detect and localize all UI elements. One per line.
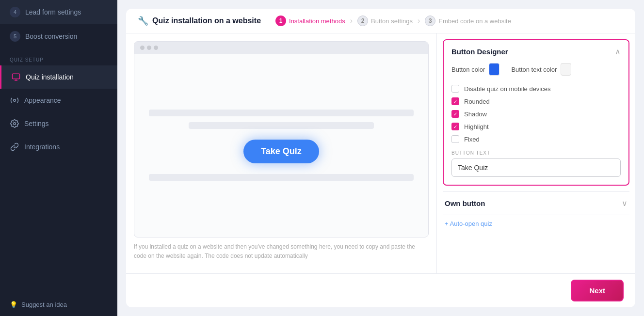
checkbox-rounded: Rounded: [451, 95, 621, 108]
sidebar-item-label-appearance: Appearance: [24, 96, 61, 104]
svg-point-1: [14, 99, 16, 102]
checkbox-disable-mobile-label: Disable quiz on mobile devices: [464, 85, 550, 93]
step-2[interactable]: 2 Button settings: [357, 16, 413, 26]
sidebar-item-integrations[interactable]: Integrations: [0, 135, 117, 158]
button-designer-body: Button color Button text color Disable q…: [444, 63, 628, 185]
sidebar-item-label: Lead form settings: [25, 8, 81, 16]
checkbox-highlight-box[interactable]: [451, 123, 459, 130]
integrations-icon: [10, 142, 19, 152]
button-designer-section: Button Designer ∧ Button color Button te…: [443, 39, 629, 186]
main-card: 🔧 Quiz installation on a website 1 Insta…: [126, 9, 635, 307]
sidebar-item-label-integrations: Integrations: [24, 143, 60, 151]
button-text-input[interactable]: [451, 158, 621, 177]
checkbox-shadow-box[interactable]: [451, 110, 459, 118]
take-quiz-button[interactable]: Take Quiz: [243, 140, 319, 163]
card-body: Take Quiz If you installed a quiz on a w…: [126, 33, 635, 273]
content-line-1: [149, 110, 414, 116]
card-title-text: Quiz installation on a website: [152, 16, 261, 25]
button-designer-header[interactable]: Button Designer ∧: [444, 40, 628, 63]
sidebar-item-label-2: Boost conversion: [25, 32, 77, 40]
sidebar-item-settings[interactable]: Settings: [0, 112, 117, 135]
checkbox-fixed: Fixed: [451, 133, 621, 145]
sidebar-bottom: 💡 Suggest an idea: [0, 293, 117, 316]
card-title: 🔧 Quiz installation on a website: [138, 16, 261, 26]
button-color-swatch[interactable]: [489, 63, 499, 76]
checkbox-rounded-box[interactable]: [451, 97, 459, 105]
chevron-down-icon: ∨: [622, 199, 628, 208]
sidebar-item-lead-form[interactable]: 4 Lead form settings: [0, 0, 117, 24]
appearance-icon: [10, 95, 19, 105]
button-designer-title: Button Designer: [451, 47, 508, 56]
color-row: Button color Button text color: [451, 63, 621, 76]
checkbox-fixed-box[interactable]: [451, 135, 459, 143]
checkbox-disable-mobile: Disable quiz on mobile devices: [451, 82, 621, 95]
info-text-secondary: The code does not update automatically: [205, 253, 308, 259]
card-header: 🔧 Quiz installation on a website 1 Insta…: [126, 9, 635, 33]
checkbox-rounded-label: Rounded: [464, 98, 490, 105]
auto-open-label: + Auto-open quiz: [445, 220, 492, 227]
step-2-num: 2: [357, 16, 368, 26]
button-text-color-label: Button text color: [511, 66, 557, 73]
button-text-color-swatch[interactable]: [561, 63, 571, 76]
wrench-icon: 🔧: [138, 16, 148, 26]
preview-area: Take Quiz If you installed a quiz on a w…: [126, 33, 436, 273]
checkbox-highlight: Highlight: [451, 120, 621, 133]
main-content: 🔧 Quiz installation on a website 1 Insta…: [117, 0, 644, 316]
monitor-icon: [11, 72, 21, 82]
lightbulb-icon: 💡: [10, 301, 17, 308]
button-color-item: Button color: [451, 63, 499, 76]
suggest-idea-button[interactable]: 💡 Suggest an idea: [10, 301, 108, 308]
sidebar-item-appearance[interactable]: Appearance: [0, 89, 117, 112]
checkbox-shadow: Shadow: [451, 108, 621, 120]
right-panel: Button Designer ∧ Button color Button te…: [436, 33, 635, 273]
button-color-label: Button color: [451, 66, 485, 73]
browser-dot-3: [154, 46, 158, 50]
checkbox-fixed-label: Fixed: [464, 136, 480, 143]
step-1-num: 1: [275, 16, 286, 26]
gear-icon: [10, 119, 19, 128]
step-2-label: Button settings: [371, 17, 413, 25]
step-1[interactable]: 1 Installation methods: [275, 16, 345, 26]
sidebar-item-quiz-installation[interactable]: Quiz installation: [0, 65, 117, 89]
card-footer: Next: [126, 273, 635, 307]
checkbox-highlight-label: Highlight: [464, 123, 489, 130]
svg-point-2: [14, 123, 16, 125]
step-divider-1: ›: [350, 16, 353, 25]
button-text-section-label: BUTTON TEXT: [451, 150, 621, 156]
browser-content: Take Quiz: [134, 54, 428, 237]
next-button[interactable]: Next: [571, 280, 624, 301]
step-divider-2: ›: [418, 16, 420, 25]
step-3-num: 3: [425, 16, 435, 26]
suggest-idea-label: Suggest an idea: [21, 301, 67, 308]
sidebar-item-label-settings: Settings: [24, 120, 49, 127]
browser-bar: [134, 42, 428, 54]
info-text: If you installed a quiz on a website and…: [134, 237, 429, 266]
sidebar-item-num: 4: [10, 7, 20, 17]
own-button-section: Own button ∨: [443, 191, 629, 215]
sidebar: 4 Lead form settings 5 Boost conversion …: [0, 0, 117, 316]
step-3[interactable]: 3 Embed code on a website: [425, 16, 511, 26]
content-line-3: [149, 174, 414, 181]
quiz-setup-label: QUIZ SETUP: [0, 48, 117, 65]
browser-dot-2: [147, 46, 151, 50]
button-text-color-item: Button text color: [511, 63, 571, 76]
svg-rect-0: [13, 74, 20, 79]
content-line-2: [189, 122, 374, 129]
step-1-label: Installation methods: [289, 17, 345, 25]
step-3-label: Embed code on a website: [438, 17, 511, 25]
own-button-title: Own button: [445, 199, 485, 207]
checkbox-disable-mobile-box[interactable]: [451, 85, 459, 93]
stepper: 1 Installation methods › 2 Button settin…: [275, 16, 511, 26]
sidebar-item-num-2: 5: [10, 31, 20, 42]
sidebar-item-boost-conversion[interactable]: 5 Boost conversion: [0, 24, 117, 48]
sidebar-item-label-quiz-install: Quiz installation: [26, 73, 74, 81]
chevron-up-icon: ∧: [615, 47, 621, 56]
browser-mock: Take Quiz: [134, 41, 429, 237]
own-button-header[interactable]: Own button ∨: [443, 191, 629, 215]
checkbox-shadow-label: Shadow: [464, 111, 487, 118]
auto-open-section[interactable]: + Auto-open quiz: [443, 215, 629, 232]
browser-dot-1: [140, 46, 145, 50]
